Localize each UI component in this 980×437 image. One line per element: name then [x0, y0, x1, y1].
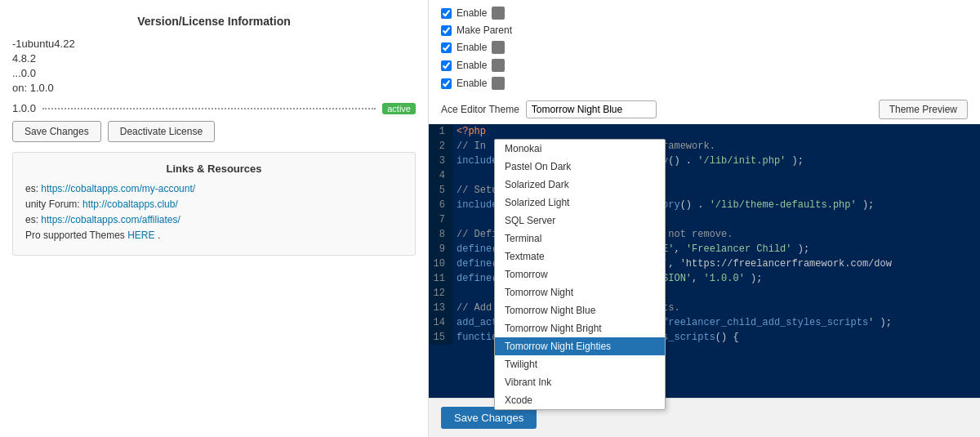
- link-prefix-affiliates: es:: [25, 214, 41, 225]
- dropdown-item-solarized-light[interactable]: Solarized Light: [495, 194, 665, 212]
- line-number: 1: [429, 124, 453, 139]
- php-version: 4.8.2: [12, 52, 416, 65]
- status-badge: active: [382, 103, 416, 114]
- line-number: 15: [429, 330, 453, 345]
- theme-dropdown[interactable]: Tomorrow Night Blue: [526, 100, 657, 118]
- checkbox-5[interactable]: [441, 78, 452, 89]
- line-number: 12: [429, 286, 453, 301]
- checkbox-3[interactable]: [441, 42, 452, 53]
- dropdown-item-twilight[interactable]: Twilight: [495, 355, 665, 373]
- on-version: on: 1.0.0: [12, 82, 416, 94]
- line-content: [453, 212, 462, 227]
- link-row-forum: unity Forum: http://cobaltapps.club/: [25, 198, 403, 210]
- dropdown-item-tomorrow-night-eighties[interactable]: Tomorrow Night Eighties: [495, 337, 665, 355]
- link-prefix-forum: unity Forum:: [25, 198, 82, 210]
- theme-dropdown-overlay[interactable]: Monokai Pastel On Dark Solarized Dark So…: [494, 139, 666, 410]
- line-number: 13: [429, 301, 453, 315]
- link-prefix-account: es:: [25, 183, 41, 194]
- dropdown-item-solarized-dark[interactable]: Solarized Dark: [495, 176, 665, 194]
- on-label: on:: [12, 82, 27, 94]
- ubuntu-version: -1ubuntu4.22: [12, 38, 416, 50]
- link-prefix-here: Pro supported Themes: [25, 230, 127, 241]
- link-suffix-here: .: [158, 230, 160, 241]
- code-line: 1<?php: [429, 124, 980, 139]
- checkbox-4[interactable]: [441, 60, 452, 71]
- theme-preview-button[interactable]: Theme Preview: [879, 100, 968, 119]
- line-number: 8: [429, 227, 453, 242]
- line-content: [453, 286, 462, 301]
- save-changes-button[interactable]: Save Changes: [12, 121, 101, 142]
- dropdown-item-tomorrow[interactable]: Tomorrow: [495, 265, 665, 283]
- dropdown-item-tomorrow-night-bright[interactable]: Tomorrow Night Bright: [495, 319, 665, 337]
- checkbox-5-label: Enable: [457, 78, 487, 89]
- dropdown-item-terminal[interactable]: Terminal: [495, 230, 665, 247]
- checkbox-row-3: Enable: [441, 41, 968, 54]
- image-icon-1: [492, 7, 505, 20]
- dropdown-item-tomorrow-night[interactable]: Tomorrow Night: [495, 283, 665, 301]
- dropdown-item-monokai[interactable]: Monokai: [495, 140, 665, 158]
- link-row-account: es: https://cobaltapps.com/my-account/: [25, 183, 403, 194]
- left-panel: Version/License Information -1ubuntu4.22…: [0, 0, 429, 437]
- line-content: [453, 168, 462, 183]
- checkbox-row-5: Enable: [441, 77, 968, 90]
- link-forum[interactable]: http://cobaltapps.club/: [82, 198, 178, 210]
- line-number: 10: [429, 256, 453, 271]
- wp-version: ...0.0: [12, 67, 416, 79]
- license-version: 1.0.0: [12, 102, 36, 114]
- checkbox-row-2: Make Parent: [441, 25, 968, 36]
- links-title: Links & Resources: [25, 163, 403, 175]
- line-number: 11: [429, 271, 453, 286]
- link-row-here: Pro supported Themes HERE .: [25, 230, 403, 241]
- line-number: 9: [429, 242, 453, 256]
- checkbox-1[interactable]: [441, 8, 452, 19]
- dropdown-item-sql-server[interactable]: SQL Server: [495, 212, 665, 230]
- checkbox-section: Enable Make Parent Enable Enable Enable: [429, 0, 980, 95]
- checkbox-3-label: Enable: [457, 42, 487, 53]
- right-panel: Enable Make Parent Enable Enable Enable …: [429, 0, 980, 437]
- deactivate-license-button[interactable]: Deactivate License: [108, 121, 215, 142]
- line-number: 5: [429, 183, 453, 198]
- line-content: <?php: [453, 124, 486, 139]
- checkbox-row-4: Enable: [441, 59, 968, 72]
- checkbox-1-label: Enable: [457, 7, 487, 19]
- dropdown-item-pastel-on-dark[interactable]: Pastel On Dark: [495, 158, 665, 176]
- line-number: 7: [429, 212, 453, 227]
- license-row: 1.0.0 active: [12, 102, 416, 114]
- dropdown-item-textmate[interactable]: Textmate: [495, 247, 665, 265]
- link-here[interactable]: HERE: [127, 230, 154, 241]
- on-value: 1.0.0: [30, 82, 54, 94]
- line-number: 14: [429, 315, 453, 330]
- action-buttons: Save Changes Deactivate License: [12, 121, 416, 142]
- theme-select-label: Ace Editor Theme: [441, 104, 519, 115]
- link-affiliates[interactable]: https://cobaltapps.com/affiliates/: [41, 214, 180, 225]
- bottom-save-button[interactable]: Save Changes: [441, 407, 537, 429]
- checkbox-row-1: Enable: [441, 7, 968, 20]
- line-number: 6: [429, 198, 453, 212]
- line-number: 4: [429, 168, 453, 183]
- theme-select-wrapper[interactable]: Tomorrow Night Blue: [526, 100, 657, 118]
- line-number: 2: [429, 139, 453, 154]
- dropdown-item-vibrant-ink[interactable]: Vibrant Ink: [495, 373, 665, 391]
- link-account[interactable]: https://cobaltapps.com/my-account/: [41, 183, 195, 194]
- star-icon: [492, 77, 505, 90]
- line-number: 3: [429, 154, 453, 168]
- checkbox-4-label: Enable: [457, 60, 487, 71]
- link-row-affiliates: es: https://cobaltapps.com/affiliates/: [25, 214, 403, 225]
- left-panel-title: Version/License Information: [12, 8, 416, 38]
- checkbox-2[interactable]: [441, 25, 452, 36]
- image-icon-2: [492, 59, 505, 72]
- checkbox-2-label: Make Parent: [457, 25, 512, 36]
- links-section: Links & Resources es: https://cobaltapps…: [12, 152, 416, 256]
- theme-select-row: Ace Editor Theme Tomorrow Night Blue The…: [429, 95, 980, 124]
- version-info-block: -1ubuntu4.22 4.8.2 ...0.0 on: 1.0.0: [12, 38, 416, 94]
- gear-icon: [492, 41, 505, 54]
- dropdown-item-xcode[interactable]: Xcode: [495, 391, 665, 409]
- dropdown-item-tomorrow-night-blue[interactable]: Tomorrow Night Blue: [495, 301, 665, 319]
